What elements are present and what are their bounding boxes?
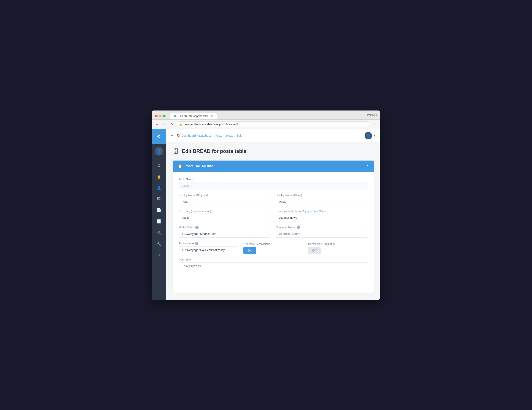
server-pagination-group: Server-side Pagination Off [308, 242, 368, 254]
address-bar[interactable]: 🔒 voyager.dev/admin/database/posts/bread… [176, 121, 370, 127]
topbar-right: 👤 ▾ [365, 132, 375, 139]
page-content: 🗄 Edit BREAD for posts table 📋 Posts BRE… [166, 142, 380, 299]
controller-name-help-icon[interactable]: ? [297, 226, 300, 229]
page-title: Edit BREAD for posts table [182, 148, 246, 154]
pages-icon: 📄 [157, 208, 161, 212]
browser-menu-button[interactable]: ⋮ [372, 121, 378, 128]
server-pagination-off-button[interactable]: Off [308, 247, 321, 254]
sidebar-item-tools[interactable]: 🔧 [152, 239, 166, 249]
voyager-font-class-link[interactable]: Voyager Font Class [302, 210, 325, 213]
display-plural-input[interactable] [276, 198, 368, 205]
card-header-icon: 📋 [178, 164, 182, 168]
model-name-help-icon[interactable]: ? [195, 226, 199, 229]
controller-name-input[interactable] [276, 230, 368, 238]
topbar: ≡ 🏠 Dashboard › Database › Posts › Bread… [166, 129, 380, 142]
tab-favicon-icon: ⚙️ [173, 114, 177, 118]
policy-name-help-icon[interactable]: ? [195, 242, 199, 245]
description-label: Description [179, 258, 368, 261]
close-button[interactable] [155, 115, 158, 117]
breadcrumb-posts[interactable]: Posts [215, 134, 222, 137]
user-icon: 👤 [157, 185, 161, 190]
bread-info-card: 📋 Posts BREAD info ∧ Table Name [173, 161, 374, 293]
model-controller-row: Model Name ? Controller Name ? [179, 226, 368, 242]
app-layout: ⚙ 👤 🖨 🔒 👤 🖼 📄 [152, 129, 380, 300]
sidebar-item-media[interactable]: 🖼 [152, 194, 166, 204]
breadcrumb-dashboard[interactable]: Dashboard [181, 134, 196, 137]
generate-permissions-on-button[interactable]: On [243, 247, 256, 254]
breadcrumb-database[interactable]: Database [199, 134, 211, 137]
lock-icon: 🔒 [179, 123, 182, 126]
url-slug-label: URL Slug (must be unique) [179, 210, 271, 213]
page-database-icon: 🗄 [173, 148, 179, 155]
print-icon: 🖨 [157, 163, 161, 167]
sidebar-item-plugins[interactable]: 🔌 [152, 228, 166, 238]
lock-nav-icon: 🔒 [157, 174, 161, 179]
minimize-button[interactable] [159, 115, 162, 117]
browser-controls [155, 115, 166, 117]
sidebar-item-lock[interactable]: 🔒 [152, 171, 166, 182]
back-button[interactable]: ← [154, 122, 160, 127]
breadcrumb-sep-3: › [223, 134, 224, 137]
card-header-left: 📋 Posts BREAD info [178, 164, 213, 168]
breadcrumb-icon: 🏠 [177, 134, 180, 137]
topbar-dropdown-icon[interactable]: ▾ [374, 134, 375, 137]
model-name-input[interactable] [179, 230, 271, 238]
icon-label: Icon (optional) Use a Voyager Font Class [276, 210, 368, 213]
breadcrumb-bread[interactable]: Bread [226, 134, 233, 137]
active-tab[interactable]: ⚙️ Edit BREAD for posts table ✕ [170, 113, 217, 119]
tab-close-button[interactable]: ✕ [210, 114, 213, 118]
generate-permissions-group: Generate Permissions On [243, 242, 303, 254]
browser-toolbar: ← → ↻ 🔒 voyager.dev/admin/database/posts… [152, 120, 380, 129]
breadcrumb-edit: Edit [237, 134, 241, 137]
card-section-title: Posts BREAD info [184, 164, 213, 168]
sidebar-item-settings[interactable]: ⚙ [152, 250, 166, 260]
policy-name-label: Policy Name ? [179, 242, 238, 245]
topbar-avatar[interactable]: 👤 [365, 132, 372, 139]
sidebar-nav: 🖨 🔒 👤 🖼 📄 📃 🔌 [152, 158, 166, 262]
browser-titlebar: ⚙️ Edit BREAD for posts table ✕ Person 1 [152, 110, 380, 120]
breadcrumb: 🏠 Dashboard › Database › Posts › Bread ›… [177, 134, 242, 137]
forward-button[interactable]: → [162, 122, 167, 127]
sidebar-logo[interactable]: ⚙ [152, 129, 166, 144]
card-header: 📋 Posts BREAD info ∧ [173, 161, 374, 172]
model-name-label: Model Name ? [179, 226, 271, 229]
display-plural-group: Display Name (Plural) [276, 194, 368, 205]
generate-permissions-label: Generate Permissions [243, 242, 303, 246]
sidebar-item-pages[interactable]: 📄 [152, 205, 166, 215]
table-name-group: Table Name [179, 178, 368, 189]
controller-name-group: Controller Name ? [276, 226, 368, 238]
refresh-button[interactable]: ↻ [169, 121, 174, 127]
policy-name-input[interactable] [179, 246, 238, 254]
table-name-input[interactable] [179, 182, 368, 189]
sidebar-item-docs[interactable]: 📃 [152, 216, 166, 227]
table-name-label: Table Name [179, 178, 368, 181]
docs-icon: 📃 [157, 219, 161, 224]
media-icon: 🖼 [157, 197, 161, 201]
hamburger-icon[interactable]: ≡ [171, 133, 173, 138]
card-collapse-button[interactable]: ∧ [366, 164, 369, 168]
description-group: Description [179, 258, 368, 282]
maximize-button[interactable] [163, 115, 166, 117]
browser-window: ⚙️ Edit BREAD for posts table ✕ Person 1… [152, 110, 380, 300]
controller-name-label: Controller Name ? [276, 226, 368, 229]
breadcrumb-sep-1: › [197, 134, 198, 137]
plugins-icon: 🔌 [157, 230, 161, 235]
display-names-row: Display Name (Singular) Display Name (Pl… [179, 194, 368, 210]
model-name-group: Model Name ? [179, 226, 271, 238]
sidebar: ⚙ 👤 🖨 🔒 👤 🖼 📄 [152, 129, 166, 300]
url-slug-input[interactable] [179, 214, 271, 221]
icon-group: Icon (optional) Use a Voyager Font Class [276, 210, 368, 221]
main-content: ≡ 🏠 Dashboard › Database › Posts › Bread… [166, 129, 380, 300]
display-singular-group: Display Name (Singular) [179, 194, 271, 205]
icon-input[interactable] [276, 214, 368, 221]
sidebar-item-user[interactable]: 👤 [152, 182, 166, 193]
page-header: 🗄 Edit BREAD for posts table [173, 148, 374, 155]
description-textarea[interactable] [179, 262, 368, 281]
sidebar-item-print[interactable]: 🖨 [152, 160, 166, 171]
url-slug-group: URL Slug (must be unique) [179, 210, 271, 221]
tab-title: Edit BREAD for posts table [179, 115, 208, 118]
card-body: Table Name Display Name (Singular) Displ… [173, 172, 374, 293]
address-text: voyager.dev/admin/database/posts/bread/e… [184, 123, 238, 126]
display-singular-input[interactable] [179, 198, 271, 205]
avatar[interactable]: 👤 [154, 147, 163, 155]
